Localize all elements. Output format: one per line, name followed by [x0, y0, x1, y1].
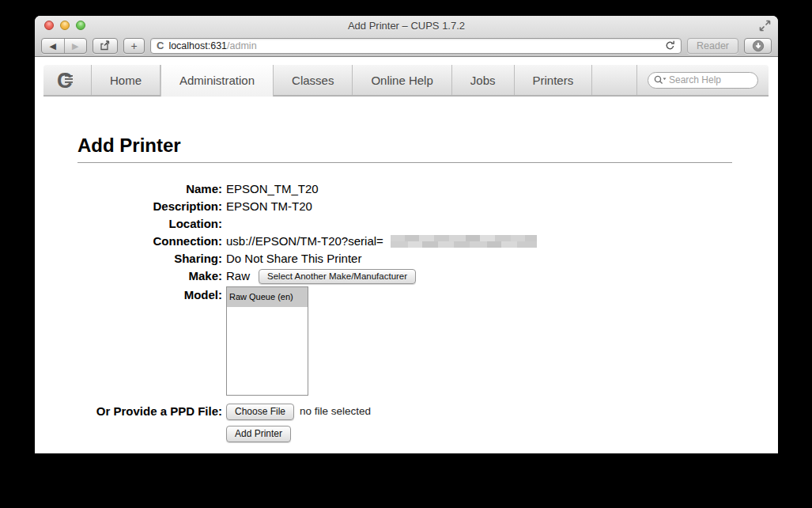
sharing-value: Do Not Share This Printer	[222, 250, 361, 267]
tab-jobs[interactable]: Jobs	[452, 65, 515, 95]
field-row-location: Location:	[77, 215, 778, 233]
sharing-label: Sharing:	[77, 250, 222, 267]
model-listbox[interactable]: Raw Queue (en)	[226, 286, 308, 396]
add-printer-button[interactable]: Add Printer	[226, 426, 291, 442]
field-row-description: Description: EPSON TM-T20	[77, 198, 778, 215]
svg-text:C: C	[57, 69, 73, 92]
downloads-button[interactable]	[744, 38, 772, 54]
tab-classes[interactable]: Classes	[274, 65, 353, 95]
reader-button[interactable]: Reader	[687, 38, 738, 54]
tab-home[interactable]: Home	[92, 65, 161, 95]
fullscreen-icon[interactable]	[759, 20, 771, 32]
make-value: RawSelect Another Make/Manufacturer	[222, 267, 416, 285]
tab-online-help[interactable]: Online Help	[353, 65, 451, 95]
submit-row: Add Printer	[77, 426, 778, 442]
url-text: localhost:631/admin	[168, 40, 256, 51]
share-icon	[100, 40, 111, 51]
new-tab-button[interactable]: +	[123, 38, 145, 54]
site-favicon-icon: C	[157, 40, 164, 51]
browser-window: Add Printer – CUPS 1.7.2 ◀ ▶ + C localho…	[35, 16, 778, 453]
cups-logo-tab[interactable]: C	[43, 65, 92, 95]
title-bar[interactable]: Add Printer – CUPS 1.7.2	[35, 16, 778, 35]
field-row-connection: Connection: usb://EPSON/TM-T20?serial=	[77, 233, 778, 250]
browser-chrome: Add Printer – CUPS 1.7.2 ◀ ▶ + C localho…	[35, 16, 778, 57]
make-label: Make:	[77, 267, 222, 285]
file-status-text: no file selected	[300, 403, 371, 420]
description-value: EPSON TM-T20	[222, 198, 312, 215]
back-button[interactable]: ◀	[42, 39, 65, 53]
redacted-serial-blur	[391, 235, 537, 248]
field-row-model: Model: Raw Queue (en)	[77, 286, 778, 396]
connection-value: usb://EPSON/TM-T20?serial=	[222, 233, 537, 250]
tab-administration[interactable]: Administration	[161, 65, 274, 97]
ppd-controls: Choose Fileno file selected	[222, 403, 371, 420]
location-label: Location:	[77, 215, 222, 233]
add-printer-page: Add Printer Name: EPSON_TM_T20 Descripti…	[35, 97, 778, 442]
close-button[interactable]	[44, 21, 54, 30]
model-label: Model:	[77, 286, 222, 304]
field-row-sharing: Sharing: Do Not Share This Printer	[77, 250, 778, 267]
address-bar[interactable]: C localhost:631/admin	[150, 38, 682, 54]
window-title: Add Printer – CUPS 1.7.2	[35, 16, 778, 36]
ppd-label: Or Provide a PPD File:	[77, 403, 222, 420]
download-icon	[752, 40, 765, 52]
tab-printers[interactable]: Printers	[515, 65, 593, 95]
cups-navbar: C Home Administration Classes Online Hel…	[43, 65, 769, 97]
history-nav-group: ◀ ▶	[41, 38, 87, 54]
add-printer-form: Name: EPSON_TM_T20 Description: EPSON TM…	[77, 180, 778, 442]
field-row-name: Name: EPSON_TM_T20	[77, 180, 778, 198]
browser-toolbar: ◀ ▶ + C localhost:631/admin Reader	[35, 35, 778, 56]
search-help-area	[636, 65, 769, 95]
reload-icon[interactable]	[665, 40, 675, 51]
page-viewport: C Home Administration Classes Online Hel…	[35, 65, 778, 453]
name-value: EPSON_TM_T20	[222, 180, 319, 198]
model-option-raw-queue[interactable]: Raw Queue (en)	[227, 287, 308, 307]
cups-logo-icon: C	[56, 68, 78, 92]
connection-label: Connection:	[77, 233, 222, 250]
search-icon	[654, 75, 667, 85]
share-button[interactable]	[93, 38, 118, 54]
url-host: localhost:631	[168, 40, 227, 51]
minimize-button[interactable]	[60, 21, 70, 30]
field-row-ppd: Or Provide a PPD File: Choose Fileno fil…	[77, 403, 778, 420]
zoom-button[interactable]	[76, 21, 85, 30]
forward-button[interactable]: ▶	[65, 39, 87, 53]
field-row-make: Make: RawSelect Another Make/Manufacture…	[77, 267, 778, 285]
description-label: Description:	[77, 198, 222, 215]
name-label: Name:	[77, 180, 222, 198]
page-title: Add Printer	[77, 135, 732, 163]
select-make-button[interactable]: Select Another Make/Manufacturer	[259, 269, 416, 284]
url-path: /admin	[227, 40, 257, 51]
choose-file-button[interactable]: Choose File	[226, 404, 294, 420]
